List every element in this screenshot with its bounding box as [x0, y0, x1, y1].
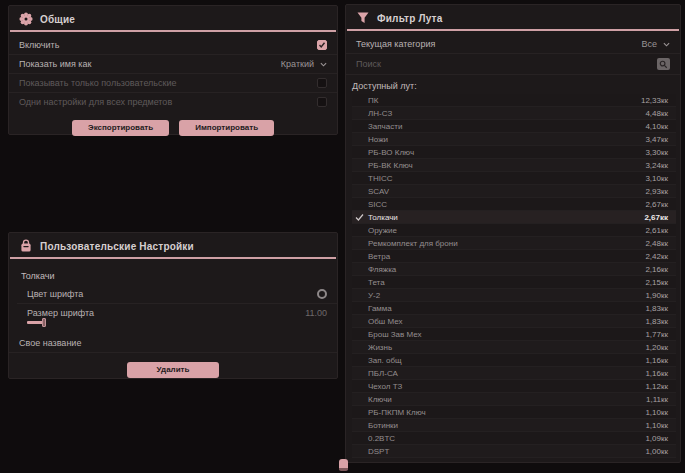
loot-row[interactable]: РБ-ВК Ключ 3,24кк [352, 159, 676, 172]
loot-row[interactable]: ЛН-СЗ 4,48кк [352, 107, 676, 120]
loot-row[interactable]: Фляжка 2,16кк [352, 263, 676, 276]
magnifier-glyph [659, 60, 668, 69]
loot-row[interactable]: Запчасти 4,10кк [352, 120, 676, 133]
enable-label: Включить [19, 40, 59, 50]
loot-item-value: 1,83кк [645, 304, 668, 313]
loot-row[interactable]: THICC 3,10кк [352, 172, 676, 185]
loot-item-value: 1,12кк [645, 382, 668, 391]
loot-item-name: THICC [368, 174, 392, 183]
loot-row[interactable]: SICC 2,67кк [352, 198, 676, 211]
loot-item-name: ПК [368, 96, 378, 105]
loot-item-value: 2,48кк [645, 239, 668, 248]
loot-row[interactable]: DSPT 1,00кк [352, 445, 676, 458]
slider-fill [27, 321, 43, 324]
loot-row[interactable]: Ключи 1,11кк [352, 393, 676, 406]
selected-check-icon [355, 213, 364, 222]
loot-row[interactable]: Ботинки 1,10кк [352, 419, 676, 432]
loot-item-value: 3,24кк [645, 161, 668, 170]
loot-item-value: 2,61кк [645, 226, 668, 235]
loot-row[interactable]: У-2 1,90кк [352, 289, 676, 302]
loot-row[interactable]: РБ-ПКПМ Ключ 1,10кк [352, 406, 676, 419]
loot-row[interactable]: Ремкомплект для брони 2,48кк [352, 237, 676, 250]
category-select[interactable]: Все [641, 39, 670, 49]
search-input[interactable] [356, 59, 596, 69]
loot-row[interactable]: Ножи 3,47кк [352, 133, 676, 146]
enable-checkbox[interactable] [317, 40, 327, 50]
category-label: Текущая категория [356, 39, 435, 49]
loot-item-name: SCAV [368, 187, 389, 196]
loot-row[interactable]: ПК 12,33кк [352, 94, 676, 107]
loot-row[interactable]: Чехол ТЗ 1,12кк [352, 380, 676, 393]
category-value: Все [641, 39, 657, 49]
loot-item-value: 1,10кк [645, 408, 668, 417]
loot-item-name: РБ-ПКПМ Ключ [368, 408, 426, 417]
loot-item-name: ПБЛ-СА [368, 369, 398, 378]
only-custom-checkbox[interactable] [317, 78, 327, 88]
loot-item-name: Тета [368, 278, 385, 287]
loot-row[interactable]: ПБЛ-СА 1,16кк [352, 367, 676, 380]
loot-row[interactable]: Толкачи 2,67кк [352, 211, 676, 224]
color-picker-icon[interactable] [317, 289, 327, 299]
loot-item-value: 1,20кк [645, 343, 668, 352]
loot-item-value: 12,33кк [641, 96, 668, 105]
font-size-value: 11.00 [305, 308, 327, 318]
search-icon[interactable] [657, 58, 670, 70]
loot-item-value: 1,10кк [645, 421, 668, 430]
loot-item-value: 1,00кк [645, 447, 668, 456]
loot-item-value: 1,11кк [646, 395, 668, 404]
enable-row: Включить [9, 36, 337, 55]
loot-row[interactable]: Жизнь 1,20кк [352, 341, 676, 354]
loot-item-value: 2,15кк [645, 278, 668, 287]
loot-item-value: 4,10кк [645, 122, 668, 131]
loot-row[interactable]: Тета 2,15кк [352, 276, 676, 289]
loot-list[interactable]: ПК 12,33кк ЛН-СЗ 4,48кк Запчасти 4,10кк … [352, 94, 676, 458]
loot-row[interactable]: Гамма 1,83кк [352, 302, 676, 315]
loot-item-value: 1,16кк [645, 356, 668, 365]
header-rule [347, 29, 679, 31]
loot-row[interactable]: Зап. общ 1,16кк [352, 354, 676, 367]
loot-item-name: Обш Мех [368, 317, 402, 326]
loot-filter-title: Фильтр Лута [377, 13, 442, 24]
custom-name-row[interactable]: Свое название [9, 334, 337, 353]
only-custom-row: Показывать только пользовательские [9, 74, 337, 93]
slider-handle[interactable] [42, 318, 46, 327]
loot-item-value: 3,10кк [645, 174, 668, 183]
name-display-select[interactable]: Краткий [281, 59, 327, 69]
same-settings-row: Одни настройки для всех предметов [9, 93, 337, 111]
drag-handle-icon[interactable] [339, 459, 348, 471]
loot-item-name: Запчасти [368, 122, 402, 131]
only-custom-label: Показывать только пользовательские [19, 78, 177, 88]
loot-item-value: 1,83кк [645, 317, 668, 326]
loot-row[interactable]: SCAV 2,93кк [352, 185, 676, 198]
loot-row[interactable]: 0.2BTC 1,09кк [352, 432, 676, 445]
delete-button[interactable]: Удалить [127, 362, 220, 378]
custom-name-label: Свое название [19, 338, 81, 348]
loot-item-name: Чехол ТЗ [368, 382, 402, 391]
loot-item-name: ЛН-СЗ [368, 109, 392, 118]
loot-row[interactable]: Брош Зав Мех 1,77кк [352, 328, 676, 341]
import-button[interactable]: Импортировать [179, 120, 274, 136]
loot-row[interactable]: РБ-ВО Ключ 3,30кк [352, 146, 676, 159]
export-button[interactable]: Экспортировать [72, 120, 169, 136]
name-display-value: Краткий [281, 59, 314, 69]
font-size-row: Размер шрифта 11.00 [17, 304, 337, 319]
loot-item-name: Ветра [368, 252, 390, 261]
custom-settings-title: Пользовательские Настройки [40, 241, 194, 252]
font-color-row[interactable]: Цвет шрифта [17, 285, 337, 304]
loot-item-value: 2,67кк [644, 213, 668, 222]
loot-row[interactable]: Обш Мех 1,83кк [352, 315, 676, 328]
custom-settings-panel: Пользовательские Настройки Толкачи Цвет … [8, 232, 338, 379]
custom-settings-header: Пользовательские Настройки [9, 233, 337, 257]
loot-item-name: Толкачи [368, 213, 398, 222]
loot-item-value: 1,90кк [645, 291, 668, 300]
same-settings-checkbox[interactable] [317, 97, 327, 107]
loot-item-value: 1,16кк [645, 369, 668, 378]
general-title: Общие [40, 14, 75, 25]
font-size-slider[interactable] [9, 319, 337, 330]
loot-row[interactable]: Ветра 2,42кк [352, 250, 676, 263]
loot-row[interactable]: Оружие 2,61кк [352, 224, 676, 237]
loot-item-value: 2,16кк [645, 265, 668, 274]
chevron-down-icon [663, 41, 670, 48]
loot-item-name: Гамма [368, 304, 392, 313]
general-buttons: Экспортировать Импортировать [9, 111, 337, 142]
